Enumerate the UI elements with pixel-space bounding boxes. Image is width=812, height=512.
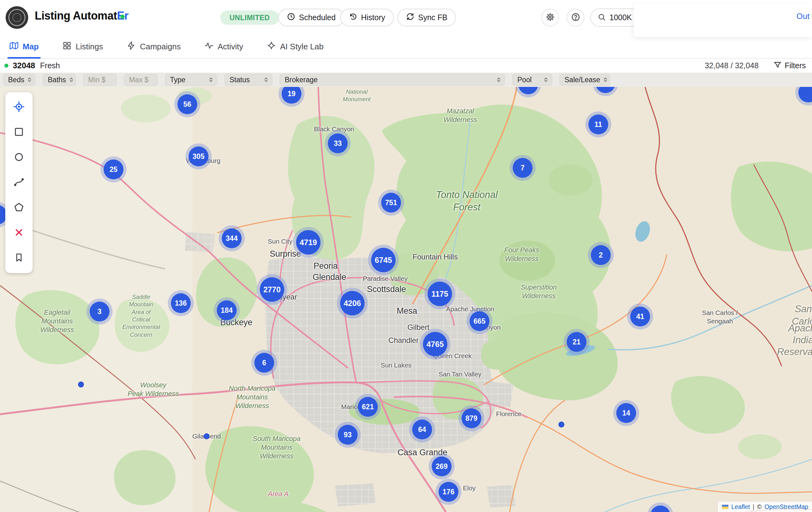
tab-listings-label: Listings (76, 42, 103, 52)
select-chevron-icon (603, 77, 608, 83)
max-price-input[interactable] (124, 74, 157, 86)
sync-icon (406, 12, 414, 23)
cluster-marker[interactable]: 7 (513, 158, 532, 178)
cluster-marker[interactable]: 21 (567, 332, 586, 352)
cluster-marker[interactable]: 1175 (428, 282, 452, 306)
attribution-divider: | (753, 503, 754, 510)
tab-map[interactable]: Map (9, 35, 39, 58)
search-icon (598, 13, 606, 22)
sync-fb-button[interactable]: Sync FB (397, 9, 456, 26)
cluster-marker[interactable]: 93 (338, 425, 358, 445)
tab-ai-style-lab-label: AI Style Lab (280, 42, 323, 52)
line-tool-button[interactable] (5, 170, 33, 195)
clock-icon (287, 12, 295, 23)
map-attribution: Leaflet | © OpenStreetMap (718, 502, 812, 512)
baths-label: Baths (48, 76, 66, 84)
map-draw-toolbar (5, 92, 33, 273)
min-price-input[interactable] (83, 74, 117, 86)
brokerage-select[interactable]: Brokerage (280, 74, 505, 86)
cluster-marker[interactable]: 3 (90, 302, 110, 321)
settings-button[interactable] (541, 9, 559, 26)
cluster-marker[interactable]: 4206 (340, 291, 365, 316)
listing-dot-marker[interactable] (78, 382, 84, 388)
cluster-marker[interactable]: 879 (462, 408, 482, 428)
copyright-symbol: © (757, 503, 762, 510)
cluster-marker[interactable]: 4719 (296, 230, 321, 255)
gear-icon (546, 12, 555, 23)
listing-dot-marker[interactable] (204, 433, 210, 439)
select-chevron-icon (543, 77, 549, 83)
cluster-marker[interactable]: 184 (217, 301, 237, 320)
cluster-marker[interactable]: 6 (254, 353, 274, 373)
polygon-tool-button[interactable] (5, 195, 33, 220)
tab-listings[interactable]: Listings (62, 35, 103, 58)
select-chevron-icon (496, 77, 501, 83)
save-area-button[interactable] (5, 246, 33, 271)
app-logo (6, 6, 28, 29)
cluster-marker[interactable]: 56 (177, 94, 197, 114)
cluster-marker[interactable]: 33 (328, 134, 348, 153)
cluster-marker[interactable]: 2770 (260, 277, 284, 302)
cluster-marker[interactable]: 41 (630, 307, 650, 326)
tab-ai-style-lab[interactable]: AI Style Lab (267, 35, 323, 58)
listing-dot-marker[interactable] (559, 422, 564, 428)
cluster-marker[interactable]: 305 (188, 146, 208, 166)
status-bar: 32048 Fresh 32,048 / 32,048 Filters (0, 59, 812, 73)
beds-select[interactable]: Beds (3, 74, 35, 86)
fresh-status-dot (4, 64, 8, 68)
square-icon (13, 126, 25, 139)
cluster-marker[interactable]: 176 (439, 482, 458, 502)
select-chevron-icon (68, 77, 74, 83)
cluster-marker[interactable]: 621 (358, 397, 378, 417)
status-select[interactable]: Status (225, 74, 272, 86)
cluster-marker[interactable]: 751 (381, 193, 401, 212)
signout-link[interactable]: Out (796, 11, 810, 21)
cluster-marker[interactable]: 6745 (371, 248, 396, 273)
plan-badge: UNLIMITED (220, 10, 279, 25)
online-status-dot (120, 15, 125, 19)
tab-campaigns-label: Campaigns (140, 42, 181, 52)
circle-tool-button[interactable] (5, 145, 33, 170)
rectangle-tool-button[interactable] (5, 120, 33, 145)
scheduled-label: Scheduled (299, 13, 336, 22)
main-tabbar: Map Listings Campaigns Activity AI Style… (0, 35, 812, 59)
cluster-marker[interactable]: 11 (588, 114, 608, 134)
osm-link[interactable]: OpenStreetMap (764, 503, 808, 510)
count-ratio: 32,048 / 32,048 (705, 61, 759, 70)
select-chevron-icon (263, 77, 269, 83)
tab-campaigns[interactable]: Campaigns (126, 35, 181, 58)
filters-label: Filters (785, 61, 806, 70)
help-button[interactable] (567, 9, 584, 26)
cluster-marker[interactable]: 14 (616, 403, 636, 423)
header-overlay-panel: Out (634, 4, 812, 37)
tab-activity-label: Activity (218, 42, 243, 52)
map-viewport[interactable]: National MonumentMazatzal WildernessBlac… (0, 87, 812, 512)
cluster-marker[interactable]: 269 (432, 456, 452, 476)
locate-tool-button[interactable] (5, 95, 33, 120)
filters-toggle[interactable]: Filters (774, 61, 806, 71)
scheduled-button[interactable]: Scheduled (278, 9, 344, 26)
pool-label: Pool (517, 76, 532, 84)
cluster-marker[interactable]: 64 (412, 420, 432, 439)
cluster-marker[interactable]: 25 (104, 160, 123, 179)
select-chevron-icon (27, 77, 32, 83)
type-select[interactable]: Type (165, 74, 217, 86)
sale-lease-select[interactable]: Sale/Lease (559, 74, 610, 86)
cluster-marker[interactable]: 136 (171, 293, 191, 313)
tab-activity[interactable]: Activity (204, 35, 243, 58)
cluster-marker[interactable]: 2 (591, 245, 611, 265)
circle-icon (13, 151, 25, 164)
curve-line-icon (13, 176, 25, 189)
cluster-marker[interactable]: 665 (470, 311, 489, 331)
pentagon-icon (13, 202, 25, 214)
pool-select[interactable]: Pool (512, 74, 552, 86)
clear-shapes-button[interactable] (5, 220, 33, 246)
baths-select[interactable]: Baths (43, 74, 76, 86)
history-button[interactable]: History (340, 9, 394, 26)
status-label: Status (230, 76, 250, 84)
sync-fb-label: Sync FB (418, 13, 447, 22)
cluster-marker[interactable]: 4765 (423, 332, 447, 357)
cluster-marker[interactable]: 344 (222, 228, 242, 248)
leaflet-link[interactable]: Leaflet (731, 503, 750, 510)
history-icon (349, 12, 357, 23)
